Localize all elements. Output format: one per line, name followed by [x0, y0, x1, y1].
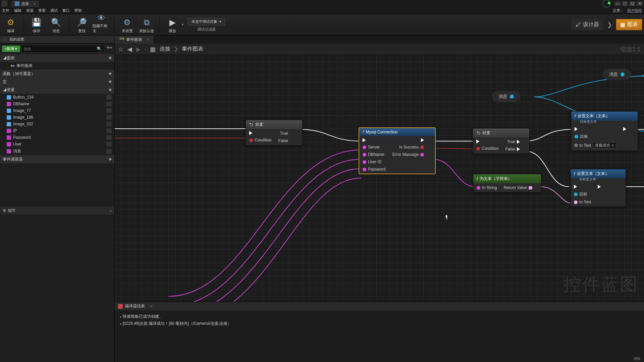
node-totext[interactable]: f为文本（字符串） In String Return Value	[473, 174, 541, 192]
variable-item[interactable]: User	[0, 141, 114, 147]
pin-condition[interactable]: Condition	[476, 146, 499, 151]
var-visibility-icon[interactable]	[106, 95, 112, 100]
node-message-pill-2[interactable]: 消息	[603, 69, 631, 80]
browse-button[interactable]: 🔍浏览	[47, 15, 65, 35]
add-variable-button[interactable]: +	[109, 87, 112, 93]
nav-back-button[interactable]: ◀	[127, 46, 132, 53]
menu-view[interactable]: 查看	[38, 8, 46, 13]
panel-header[interactable]: 我的蓝图	[0, 36, 114, 44]
crumb-root[interactable]: 连接	[160, 46, 170, 52]
var-visibility-icon[interactable]	[106, 102, 112, 106]
variable-item[interactable]: IP	[0, 127, 114, 134]
var-visibility-icon[interactable]	[106, 115, 112, 120]
favorite-button[interactable]: ☆	[118, 46, 123, 53]
maximize2-button[interactable]: ◱	[629, 1, 635, 6]
crumb-current[interactable]: 事件图表	[182, 46, 203, 52]
pin-false[interactable]: False	[278, 138, 293, 143]
document-tab[interactable]: 连接 ×	[11, 1, 39, 7]
hide-button[interactable]: 👁隐藏不相关	[93, 15, 110, 35]
pin-dbname[interactable]: DBName	[363, 152, 386, 157]
compiler-clear-button[interactable]: 清除	[115, 356, 644, 362]
minimize-button[interactable]: —	[614, 1, 621, 6]
details-close-icon[interactable]: ×	[110, 209, 112, 213]
pin-true[interactable]: True	[280, 131, 293, 136]
variable-item[interactable]: 消息	[0, 147, 114, 155]
tab-close-icon[interactable]: ×	[34, 2, 36, 6]
pin-errormsg[interactable]: Error Massage	[392, 152, 424, 157]
variable-item[interactable]: Image_186	[0, 114, 114, 121]
pin-exec-in[interactable]	[575, 127, 616, 131]
view-options-button[interactable]: 👁▾	[106, 46, 112, 52]
menu-help[interactable]: 帮助	[74, 8, 82, 13]
maximize-button[interactable]: ▢	[622, 1, 628, 6]
pin-target[interactable]: 目标	[574, 191, 591, 197]
pin-exec-out[interactable]	[623, 127, 626, 131]
pin-exec-in[interactable]	[363, 138, 386, 142]
play-dropdown-icon[interactable]: ▾	[182, 22, 184, 27]
play-button[interactable]: ▶播放	[164, 15, 181, 35]
pin-output[interactable]	[621, 72, 625, 76]
add-graph-button[interactable]: +	[109, 55, 112, 61]
compile-button[interactable]: ⚙编译	[2, 15, 19, 35]
add-new-button[interactable]: +新增 ▾	[2, 46, 20, 52]
var-visibility-icon[interactable]	[106, 122, 112, 126]
nav-fwd-button[interactable]: ▶	[136, 46, 141, 53]
item-eventgraph[interactable]: 事件图表	[0, 62, 114, 70]
save-button[interactable]: 💾保存	[28, 15, 45, 35]
find-button[interactable]: 🔎查找	[73, 15, 91, 35]
menu-asset[interactable]: 资源	[26, 8, 34, 13]
add-function-button[interactable]: +	[109, 71, 112, 77]
intext-value[interactable]: 连接成功▼	[593, 142, 616, 148]
category-graphs[interactable]: ◢图表+	[0, 54, 114, 62]
node-settext-2[interactable]: f设置文本（文本） 目标是文本 目标 In Text	[570, 169, 626, 207]
node-mysql-connection[interactable]: fMysql Connection Server DBName User ID …	[359, 127, 436, 174]
class-settings-button[interactable]: ⚙类设置	[118, 15, 136, 35]
pin-target[interactable]: 目标	[575, 134, 616, 139]
pin-exec-out[interactable]	[598, 185, 601, 189]
graph-tab-eventgraph[interactable]: 事件图表 ×	[115, 36, 154, 44]
menu-edit[interactable]: 编辑	[14, 8, 21, 13]
pin-server[interactable]: Server	[363, 145, 386, 149]
pin-intext[interactable]: In Text	[574, 200, 591, 204]
designer-mode-button[interactable]: 🖊设计器	[572, 19, 603, 30]
pin-condition[interactable]: Condition	[249, 138, 272, 142]
variable-item[interactable]: Button_134	[0, 94, 114, 101]
node-message-pill-1[interactable]: 消息	[492, 91, 520, 102]
variable-item[interactable]: DBName	[0, 101, 114, 107]
node-branch-2[interactable]: ⮌分支 Condition True False	[473, 128, 530, 154]
pin-exec-in[interactable]	[574, 185, 591, 189]
source-control-icon[interactable]	[602, 0, 610, 8]
pin-userid[interactable]: User ID	[363, 160, 386, 164]
pin-password[interactable]: Password	[363, 167, 386, 172]
graph-mode-button[interactable]: ▦图表	[616, 19, 642, 30]
parent-link[interactable]: 用户控件	[627, 8, 642, 13]
compiler-header[interactable]: 编译器结果 ×	[115, 302, 644, 310]
close-button[interactable]: ✕	[637, 1, 643, 6]
nav-home-button[interactable]: ▦	[150, 46, 156, 53]
search-input[interactable]: 🔍	[21, 45, 105, 53]
pin-false[interactable]: False	[505, 147, 520, 152]
menu-file[interactable]: 文件	[2, 8, 9, 13]
category-dispatchers[interactable]: 事件调度器+	[0, 155, 114, 163]
pin-instring[interactable]: In String	[477, 185, 497, 190]
menu-debug[interactable]: 调试	[50, 8, 58, 13]
class-defaults-button[interactable]: ⧉类默认值	[138, 15, 155, 35]
pin-true[interactable]: True	[507, 139, 520, 144]
pin-issuccess[interactable]: Is Success	[399, 145, 424, 149]
pin-exec-in[interactable]	[249, 131, 272, 135]
tab-close-icon[interactable]: ×	[147, 37, 149, 42]
menu-window[interactable]: 窗口	[62, 8, 70, 13]
pin-output[interactable]	[510, 95, 514, 99]
var-visibility-icon[interactable]	[106, 142, 112, 146]
pin-exec-in[interactable]	[476, 139, 499, 143]
compiler-close-icon[interactable]: ×	[150, 304, 153, 309]
var-visibility-icon[interactable]	[106, 135, 112, 140]
category-variables[interactable]: ◢变量+	[0, 86, 114, 94]
var-visibility-icon[interactable]	[106, 149, 112, 154]
node-settext-1[interactable]: f设置文本（文本） 目标是文本 目标 In Text连接成功▼	[571, 111, 638, 151]
pin-exec-out[interactable]	[421, 138, 424, 142]
node-branch-1[interactable]: ⮌分支 Condition True False	[246, 120, 303, 145]
search-field[interactable]	[24, 47, 97, 51]
variable-item[interactable]: Image_77	[0, 107, 114, 114]
variable-item[interactable]: Image_332	[0, 121, 114, 127]
